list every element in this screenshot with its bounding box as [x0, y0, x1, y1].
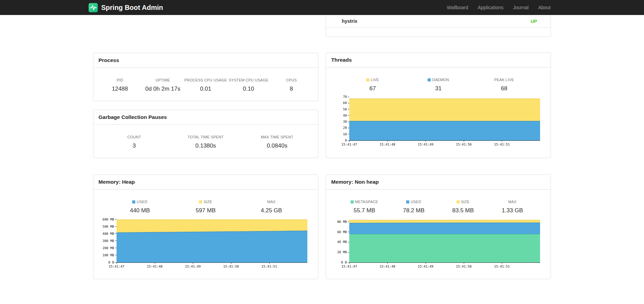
size-swatch: [457, 200, 460, 203]
nav-links: Wallboard Applications Journal About: [442, 0, 555, 15]
service-row-hystrix[interactable]: hystrix UP: [326, 15, 551, 28]
legend-label: PEAK LIVE: [494, 78, 514, 82]
svg-text:15:41:51: 15:41:51: [494, 142, 510, 146]
nav-item-about[interactable]: About: [533, 0, 555, 15]
svg-text:50: 50: [343, 107, 347, 111]
metric-label: SYSTEM CPU USAGE: [227, 78, 270, 82]
svg-text:15:41:48: 15:41:48: [380, 264, 395, 268]
metric-label: UPTIME: [141, 78, 184, 82]
memory-heap-legend: USED 440 MB SIZE 597 MB MAX 4.25 GB: [93, 189, 318, 214]
metric-label: PID: [98, 78, 141, 82]
svg-text:30: 30: [343, 120, 347, 123]
svg-text:15:41:47: 15:41:47: [109, 264, 124, 268]
threads-chart: 01020304050607015:41:4715:41:4815:41:491…: [329, 94, 551, 149]
legend-value: 68: [471, 85, 537, 92]
svg-text:15:41:47: 15:41:47: [341, 264, 357, 268]
left-column: Process PID 12488 UPTIME 0d 0h 2m 17s PR…: [93, 15, 318, 279]
legend-value: 67: [340, 85, 405, 92]
legend-label: SIZE: [203, 200, 212, 204]
legend-label: USED: [137, 200, 147, 204]
metric-label: MAX TIME SPENT: [241, 135, 313, 139]
process-metrics: PID 12488 UPTIME 0d 0h 2m 17s PROCESS CP…: [93, 68, 318, 92]
services-status-panel: hystrix UP: [326, 15, 551, 37]
svg-text:10: 10: [343, 132, 347, 136]
brand-link[interactable]: Spring Boot Admin: [89, 3, 163, 12]
metric-value: 0.01: [184, 86, 227, 92]
metric-value: 12488: [98, 86, 141, 92]
legend-label: LIVE: [371, 78, 379, 82]
legend-label: USED: [411, 200, 421, 204]
nav-item-wallboard[interactable]: Wallboard: [442, 0, 473, 15]
threads-panel: Threads LIVE 67 DAEMON 31 PEAK LIVE 68 0…: [326, 52, 551, 158]
metric-gc-total-time: TOTAL TIME SPENT 0.1380s: [170, 135, 242, 149]
svg-text:60 MB: 60 MB: [337, 230, 347, 234]
legend-value: 83.5 MB: [439, 207, 488, 214]
svg-text:0 B: 0 B: [108, 260, 114, 264]
legend-label: METASPACE: [355, 200, 378, 204]
threads-legend: LIVE 67 DAEMON 31 PEAK LIVE 68: [326, 67, 551, 92]
legend-value: 31: [405, 85, 471, 92]
daemon-swatch: [428, 78, 431, 81]
memory-heap-title: Memory: Heap: [93, 175, 318, 189]
svg-text:300 MB: 300 MB: [103, 239, 114, 243]
svg-text:600 MB: 600 MB: [103, 217, 114, 221]
used-swatch: [132, 200, 135, 203]
brand-title: Spring Boot Admin: [101, 4, 163, 12]
legend-used: USED 440 MB: [107, 200, 173, 214]
legend-max: MAX 4.25 GB: [239, 200, 304, 214]
used-swatch: [406, 200, 409, 203]
metric-gc-max-time: MAX TIME SPENT 0.0840s: [241, 135, 313, 149]
memory-nonheap-panel: Memory: Non heap METASPACE 55.7 MB USED …: [326, 174, 551, 279]
gc-panel-title: Garbage Collection Pauses: [93, 110, 318, 125]
memory-nonheap-title: Memory: Non heap: [326, 175, 551, 189]
legend-label: SIZE: [461, 200, 470, 204]
legend-label: DAEMON: [432, 78, 449, 82]
metric-value: 0.0840s: [241, 142, 313, 149]
metric-process-cpu: PROCESS CPU USAGE 0.01: [184, 78, 227, 92]
svg-text:15:41:50: 15:41:50: [223, 264, 239, 268]
threads-panel-title: Threads: [326, 53, 551, 67]
legend-live: LIVE 67: [340, 78, 405, 92]
svg-text:40: 40: [343, 113, 347, 117]
svg-text:15:41:49: 15:41:49: [418, 142, 433, 146]
gc-panel: Garbage Collection Pauses COUNT 3 TOTAL …: [93, 110, 318, 158]
svg-text:15:41:48: 15:41:48: [147, 264, 163, 268]
metric-value: 8: [270, 86, 313, 92]
process-panel: Process PID 12488 UPTIME 0d 0h 2m 17s PR…: [93, 53, 318, 101]
main-content: Process PID 12488 UPTIME 0d 0h 2m 17s PR…: [93, 15, 551, 279]
legend-value: 1.33 GB: [488, 207, 537, 214]
gc-metrics: COUNT 3 TOTAL TIME SPENT 0.1380s MAX TIM…: [93, 125, 318, 149]
svg-text:15:41:51: 15:41:51: [494, 264, 510, 268]
top-navbar: Spring Boot Admin Wallboard Applications…: [0, 0, 644, 15]
pulse-icon: [89, 3, 98, 12]
process-panel-title: Process: [93, 53, 318, 68]
metric-value: 0.1380s: [170, 142, 242, 149]
memory-heap-panel: Memory: Heap USED 440 MB SIZE 597 MB MAX…: [93, 174, 318, 279]
legend-label: MAX: [267, 200, 275, 204]
legend-value: 78.2 MB: [389, 207, 439, 214]
svg-text:100 MB: 100 MB: [103, 253, 114, 257]
legend-daemon: DAEMON 31: [405, 78, 471, 92]
svg-text:15:41:49: 15:41:49: [418, 264, 433, 268]
svg-text:15:41:50: 15:41:50: [456, 264, 472, 268]
metric-label: TOTAL TIME SPENT: [170, 135, 242, 139]
svg-text:500 MB: 500 MB: [103, 225, 114, 228]
legend-metaspace: METASPACE 55.7 MB: [340, 200, 389, 214]
metric-cpus: CPUS 8: [270, 78, 313, 92]
nav-item-journal[interactable]: Journal: [508, 0, 533, 15]
svg-text:400 MB: 400 MB: [103, 232, 114, 235]
legend-size: SIZE 597 MB: [173, 200, 239, 214]
svg-text:15:41:47: 15:41:47: [341, 142, 357, 146]
left-column-spacer: [93, 15, 318, 53]
metric-gc-count: COUNT 3: [98, 135, 170, 149]
metric-value: 0.10: [227, 86, 270, 92]
nav-item-applications[interactable]: Applications: [473, 0, 508, 15]
svg-text:60: 60: [343, 101, 347, 105]
metric-system-cpu: SYSTEM CPU USAGE 0.10: [227, 78, 270, 92]
metric-value: 3: [98, 142, 170, 149]
svg-text:40 MB: 40 MB: [337, 240, 347, 244]
legend-peak-live: PEAK LIVE 68: [471, 78, 537, 92]
memory-nonheap-legend: METASPACE 55.7 MB USED 78.2 MB SIZE 83.5…: [326, 189, 551, 214]
memory-heap-chart: 0 B100 MB200 MB300 MB400 MB500 MB600 MB1…: [97, 216, 318, 271]
legend-size: SIZE 83.5 MB: [439, 200, 488, 214]
